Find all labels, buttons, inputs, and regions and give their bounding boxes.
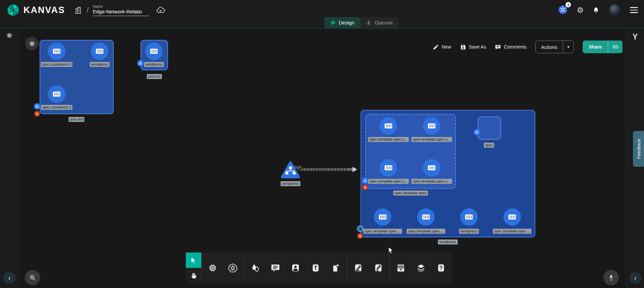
kubernetes-context-count-badge: 1 bbox=[566, 2, 571, 7]
edge-pen-tool[interactable] bbox=[353, 263, 363, 273]
right-panel-glyph[interactable]: Y bbox=[626, 32, 644, 42]
import-drawer-tool[interactable] bbox=[396, 263, 406, 273]
left-rail: › bbox=[0, 28, 19, 288]
service-wordpress-node[interactable] bbox=[281, 161, 300, 179]
kanvas-app: KANVAS / Name bbox=[0, 0, 644, 288]
comment-tool[interactable] bbox=[270, 263, 280, 273]
tab-design[interactable]: Design bbox=[324, 17, 360, 28]
kubernetes-tool[interactable] bbox=[228, 263, 238, 273]
pan-tool[interactable] bbox=[186, 268, 201, 283]
container-node[interactable] bbox=[48, 85, 65, 103]
node-label: spec.template.spec.s... bbox=[412, 137, 452, 142]
group-label: pod-skd bbox=[68, 117, 84, 122]
organization-building-icon[interactable] bbox=[74, 6, 83, 14]
comment-icon bbox=[495, 44, 501, 50]
actions-dropdown-button[interactable]: Actions ▾ bbox=[535, 41, 574, 53]
error-count-badge[interactable]: 2 bbox=[34, 111, 40, 117]
container-node[interactable] bbox=[380, 117, 397, 135]
node-label: spec.containers.1 bbox=[41, 105, 72, 110]
select-tool[interactable] bbox=[186, 253, 201, 268]
share-label: Share bbox=[583, 41, 608, 53]
group-label: wordpress bbox=[438, 239, 458, 244]
component-schematic-tool[interactable] bbox=[208, 263, 218, 273]
design-canvas[interactable]: 80/TCP wordpress spec.containers.0 wordp… bbox=[19, 28, 626, 288]
caret-down-icon[interactable]: ▾ bbox=[563, 41, 574, 53]
expand-left-panel-button[interactable]: › bbox=[3, 272, 15, 284]
cloud-saved-icon bbox=[156, 5, 165, 15]
media-tool[interactable] bbox=[290, 263, 301, 273]
quick-actions-snowflake-button[interactable] bbox=[25, 37, 39, 50]
service-edge[interactable] bbox=[300, 168, 353, 171]
save-as-button[interactable]: Save As bbox=[460, 44, 486, 50]
error-count-badge[interactable]: 3 bbox=[362, 185, 368, 190]
design-name-input[interactable] bbox=[93, 9, 149, 16]
workspace-body: › 80/TCP wordpress bbox=[0, 28, 644, 288]
collapse-hierarchy-badge[interactable] bbox=[362, 177, 368, 184]
app-header: KANVAS / Name bbox=[0, 0, 644, 28]
design-flower-icon bbox=[330, 20, 336, 25]
container-node[interactable] bbox=[48, 43, 65, 60]
app-menu-icon[interactable] bbox=[630, 7, 638, 13]
spec-empty-node[interactable] bbox=[478, 117, 501, 140]
toolbar-section-draw bbox=[347, 253, 389, 283]
comments-button[interactable]: Comments bbox=[495, 44, 527, 50]
actions-label: Actions bbox=[536, 41, 563, 53]
zoom-button[interactable] bbox=[25, 270, 40, 285]
collapse-hierarchy-badge[interactable] bbox=[34, 103, 40, 110]
collapse-hierarchy-badge[interactable] bbox=[137, 60, 144, 66]
tab-operate[interactable]: Operate bbox=[360, 17, 398, 28]
container-node[interactable] bbox=[503, 208, 521, 226]
note-tool[interactable] bbox=[331, 263, 341, 273]
node-label: wordpress bbox=[281, 181, 301, 186]
tab-design-label: Design bbox=[339, 20, 355, 25]
settings-gear-icon[interactable]: ⚙ bbox=[577, 6, 584, 15]
toolbar-section-annotations bbox=[244, 253, 347, 283]
feedback-label: Feedback bbox=[636, 139, 641, 159]
new-button[interactable]: New bbox=[433, 44, 451, 50]
group-label: spec.template.spec bbox=[393, 191, 428, 196]
container-node[interactable] bbox=[417, 208, 435, 226]
right-rail: Y Feedback ‹ bbox=[626, 28, 644, 288]
container-node[interactable] bbox=[91, 43, 108, 60]
freehand-pen-tool[interactable] bbox=[373, 263, 383, 273]
layers-tool[interactable] bbox=[416, 263, 426, 273]
expand-right-panel-button[interactable]: ‹ bbox=[629, 272, 641, 284]
node-label: wordpress bbox=[144, 62, 164, 67]
container-node[interactable] bbox=[374, 208, 391, 226]
brand-wordmark: KANVAS bbox=[23, 5, 65, 15]
collapse-hierarchy-badge[interactable] bbox=[474, 129, 480, 135]
shapes-tool[interactable] bbox=[250, 263, 260, 273]
comments-label: Comments bbox=[504, 44, 527, 50]
error-count-badge[interactable]: 3 bbox=[357, 233, 363, 239]
canvas-toolbar: ? bbox=[186, 253, 452, 283]
meshery-badge[interactable] bbox=[357, 225, 364, 232]
operate-icon bbox=[366, 20, 372, 25]
spec-template-spec-group[interactable] bbox=[365, 114, 456, 189]
save-as-label: Save As bbox=[469, 44, 486, 50]
container-node[interactable] bbox=[460, 208, 478, 226]
copy-link-icon[interactable] bbox=[608, 41, 623, 53]
node-label: spec.template.spec.s... bbox=[368, 137, 409, 142]
pen-nib-button[interactable] bbox=[603, 270, 619, 285]
container-node[interactable] bbox=[145, 43, 163, 60]
save-icon bbox=[460, 44, 466, 50]
design-name-label: Name bbox=[93, 4, 149, 8]
help-tool[interactable]: ? bbox=[436, 263, 446, 273]
share-button[interactable]: Share bbox=[583, 41, 623, 53]
node-label: wordpress bbox=[459, 229, 479, 234]
container-node[interactable] bbox=[423, 159, 440, 176]
text-tool[interactable] bbox=[311, 263, 321, 273]
kanvas-logo[interactable]: KANVAS bbox=[6, 3, 65, 17]
history-pinwheel-icon[interactable] bbox=[0, 32, 19, 39]
new-label: New bbox=[442, 44, 451, 50]
user-avatar[interactable] bbox=[608, 4, 621, 16]
node-label: spec bbox=[484, 143, 494, 148]
feedback-tab[interactable]: Feedback bbox=[633, 131, 644, 167]
notifications-bell-icon[interactable] bbox=[592, 6, 600, 14]
container-node[interactable] bbox=[380, 159, 397, 176]
breadcrumb-separator: / bbox=[87, 5, 89, 15]
container-node[interactable] bbox=[423, 117, 440, 135]
kubernetes-context-button[interactable]: 1 bbox=[558, 4, 568, 16]
toolbar-section-manage: ? bbox=[389, 253, 452, 283]
kanvas-hex-icon bbox=[6, 3, 20, 17]
